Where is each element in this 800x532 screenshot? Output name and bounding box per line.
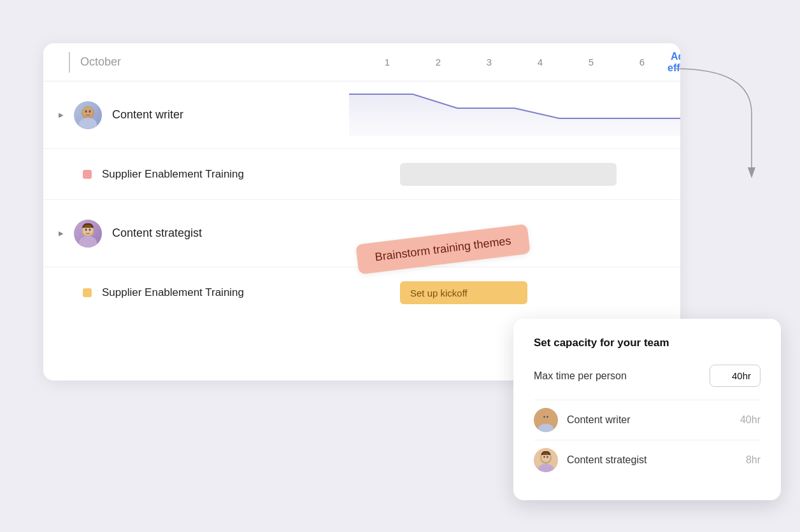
- capacity-title: Set capacity for your team: [534, 337, 761, 349]
- svg-point-6: [79, 236, 97, 248]
- capacity-panel: Set capacity for your team Max time per …: [513, 319, 781, 500]
- svg-point-9: [89, 228, 91, 231]
- supplier-training-2-label: Supplier Enablement Training: [43, 286, 349, 299]
- month-divider: [69, 52, 70, 73]
- person-row-writer: Content writer 40hr: [534, 400, 761, 440]
- col-1: 1: [362, 57, 413, 67]
- svg-point-17: [538, 464, 554, 472]
- svg-point-15: [546, 416, 548, 417]
- col-5: 5: [566, 57, 617, 67]
- supplier-color-dot-1: [83, 170, 92, 179]
- supplier-training-1-row: Supplier Enablement Training: [43, 149, 680, 200]
- svg-point-4: [89, 110, 91, 113]
- content-writer-chart: [349, 81, 680, 148]
- arrow-connector: [669, 62, 758, 190]
- svg-point-8: [85, 228, 87, 231]
- supplier-color-dot-2: [83, 288, 92, 297]
- supplier-training-1-label: Supplier Enablement Training: [43, 168, 349, 181]
- col-numbers: 1 2 3 4 5 6: [362, 57, 668, 67]
- max-time-input[interactable]: [710, 365, 761, 387]
- svg-point-13: [541, 413, 550, 422]
- content-strategist-label: ▶ Content strategist: [43, 220, 349, 248]
- col-3: 3: [464, 57, 515, 67]
- supplier-gray-bar[interactable]: [400, 163, 617, 186]
- col-2: 2: [413, 57, 464, 67]
- strategist-time-capacity: 8hr: [746, 454, 761, 466]
- expand-arrow-writer[interactable]: ▶: [59, 111, 64, 118]
- writer-time-capacity: 40hr: [740, 414, 761, 426]
- svg-marker-10: [748, 167, 755, 178]
- content-writer-row: ▶ Content writer: [43, 81, 680, 149]
- svg-point-3: [85, 110, 87, 113]
- header-row: October 1 2 3 4 5 6 Add effort: [43, 43, 680, 81]
- strategist-name-capacity: Content strategist: [567, 454, 737, 466]
- kickoff-bar[interactable]: Set up kickoff: [400, 281, 527, 304]
- avatar-writer-sm: [534, 408, 558, 432]
- supplier-training-2-content: Set up kickoff: [349, 267, 680, 318]
- avatar-content-strategist: [74, 220, 102, 248]
- col-6: 6: [617, 57, 668, 67]
- max-time-row: Max time per person: [534, 365, 761, 387]
- month-label: October: [80, 55, 121, 69]
- content-writer-label: ▶ Content writer: [43, 101, 349, 129]
- label-spacer: October: [56, 52, 362, 73]
- content-strategist-name: Content strategist: [112, 227, 202, 240]
- svg-point-1: [79, 118, 97, 129]
- content-writer-name: Content writer: [112, 108, 183, 122]
- writer-name-capacity: Content writer: [567, 414, 731, 426]
- supplier-training-1-content: [349, 149, 680, 199]
- col-4: 4: [515, 57, 566, 67]
- svg-point-14: [543, 416, 545, 417]
- svg-point-19: [543, 456, 545, 458]
- avatar-strategist-sm: [534, 448, 558, 472]
- max-time-label: Max time per person: [534, 370, 710, 382]
- svg-point-12: [538, 424, 554, 432]
- avatar-content-writer: [74, 101, 102, 129]
- person-row-strategist: Content strategist 8hr: [534, 440, 761, 480]
- supplier-training-2-row: Supplier Enablement Training Set up kick…: [43, 267, 680, 318]
- expand-arrow-strategist[interactable]: ▶: [59, 230, 64, 237]
- svg-point-20: [546, 456, 548, 458]
- supplier-training-2-name: Supplier Enablement Training: [102, 286, 244, 299]
- supplier-training-1-name: Supplier Enablement Training: [102, 168, 244, 181]
